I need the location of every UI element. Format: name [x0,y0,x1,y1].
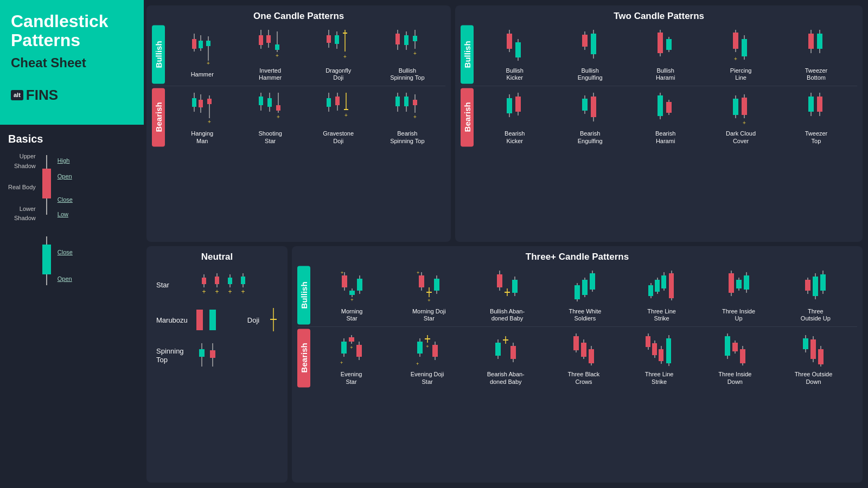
svg-rect-233 [744,275,749,290]
svg-rect-303 [740,349,745,363]
morning-star-pattern: + + [336,268,368,322]
two-candle-bullish-section: Bullish [461,25,857,84]
svg-rect-63 [276,105,280,111]
svg-rect-82 [413,100,417,105]
svg-rect-98 [658,33,663,53]
evening-doji-star-pattern: + + Evening DojiStar [411,331,444,385]
one-candle-bearish-section: Bearish [152,88,445,146]
svg-rect-33 [343,33,347,34]
three-line-strike-bullish-pattern: Three LineStrike [646,268,678,322]
one-candle-bearish-patterns: + HangingMan [165,88,445,146]
marubozu-label: Marubozu [156,316,188,324]
bearish-candle-diagram [40,155,53,220]
svg-rect-279 [581,343,586,357]
svg-rect-203 [512,280,518,293]
svg-rect-263 [432,345,438,357]
bullish-abandoned-baby-svg [493,268,521,306]
star-svg: + + + + [194,270,276,300]
two-candle-bullish-label: Bullish [461,25,474,84]
three-white-soldiers-label: Three WhiteSoldiers [569,308,601,322]
lower-shadow-label: LowerShadow [8,204,36,223]
bearish-abandoned-baby-pattern: Bearish Aban-doned Baby [487,331,525,385]
open2-label: Open [58,276,73,282]
svg-rect-312 [818,349,824,364]
spinning-top-label: SpinningTop [156,347,189,364]
bearish-harami-label: BearishHarami [655,130,675,144]
svg-rect-40 [404,35,409,45]
svg-rect-270 [503,339,508,341]
svg-rect-86 [507,34,512,49]
high-label: High [58,158,73,164]
star-label: Star [156,281,189,289]
svg-rect-37 [395,34,400,44]
svg-rect-215 [648,285,653,296]
three-candle-title: Three+ Candle Patterns [297,252,857,262]
three-candle-bullish-label: Bullish [297,266,310,324]
bearish-abandoned-baby-svg [492,331,520,369]
three-black-crows-svg [570,331,598,369]
svg-rect-107 [742,39,747,56]
svg-text:+: + [350,345,353,350]
three-inside-up-label: Three InsideUp [722,308,755,322]
marubozu-svg [193,305,242,335]
logo-area: alt FINS [11,87,133,104]
svg-rect-67 [327,98,331,107]
svg-text:+: + [228,288,232,296]
morning-doji-star-label: Morning DojiStar [412,308,446,322]
bearish-spinning-top-pattern: + BearishSpinning Top [390,90,424,144]
svg-rect-282 [589,349,594,363]
three-inside-down-label: Three InsideDown [718,371,751,385]
two-candle-bullish-patterns: BullishKicker [474,25,857,84]
svg-rect-218 [655,280,660,292]
svg-rect-111 [808,34,814,49]
svg-rect-179 [349,291,355,295]
svg-rect-156 [228,278,232,284]
morning-doji-star-svg: + + [415,268,443,306]
neutral-panel: Neutral Star + + [146,246,288,483]
svg-text:+: + [341,270,343,275]
inverted-hammer-label: InvertedHammer [259,67,282,81]
svg-rect-132 [666,102,672,113]
spinning-top-svg [194,341,227,370]
three-line-strike-bearish-label: Three LineStrike [645,371,674,385]
svg-text:+: + [416,361,419,367]
three-line-strike-bullish-label: Three LineStrike [647,308,676,322]
tweezer-top-svg [805,90,828,128]
svg-rect-224 [669,273,674,298]
inverted-hammer-pattern: + InvertedHammer [254,27,286,81]
svg-rect-70 [335,97,340,105]
svg-rect-288 [652,343,657,355]
svg-rect-294 [666,338,671,363]
two-candle-bearish-label: Bearish [461,88,474,146]
real-body-label: Real Body [8,183,36,192]
doji-label: Doji [247,316,259,324]
three-outside-down-pattern: Three OutsideDown [795,331,833,385]
svg-rect-166 [270,319,277,320]
hanging-man-pattern: + HangingMan [186,90,219,144]
svg-rect-129 [658,95,663,116]
three-inside-down-svg [721,331,749,369]
two-candle-bearish-patterns: BearishKicker [474,88,857,146]
piercing-line-label: PiercingLine [730,67,752,81]
svg-rect-152 [215,277,219,284]
svg-rect-194 [434,279,439,291]
bearish-harami-svg [654,90,678,128]
bearish-abandoned-baby-label: Bearish Aban-doned Baby [487,371,525,385]
tweezer-bottom-pattern: TweezerBottom [800,27,833,81]
evening-doji-star-label: Evening DojiStar [411,371,444,385]
svg-text:+: + [277,114,280,120]
three-white-soldiers-pattern: Three WhiteSoldiers [569,268,601,322]
main-content: One Candle Patterns Bullish [144,0,868,488]
svg-rect-79 [404,97,409,106]
svg-rect-138 [742,98,747,115]
close-label: Close [58,197,73,203]
sidebar-subtitle: Cheat Sheet [11,55,133,70]
svg-rect-23 [275,44,279,50]
evening-doji-star-svg: + + [413,331,442,369]
svg-rect-148 [202,278,206,284]
svg-rect-221 [661,275,666,288]
svg-text:+: + [343,54,347,60]
svg-rect-101 [666,39,672,50]
svg-rect-164 [209,310,216,330]
bullish-kicker-pattern: BullishKicker [499,27,531,81]
